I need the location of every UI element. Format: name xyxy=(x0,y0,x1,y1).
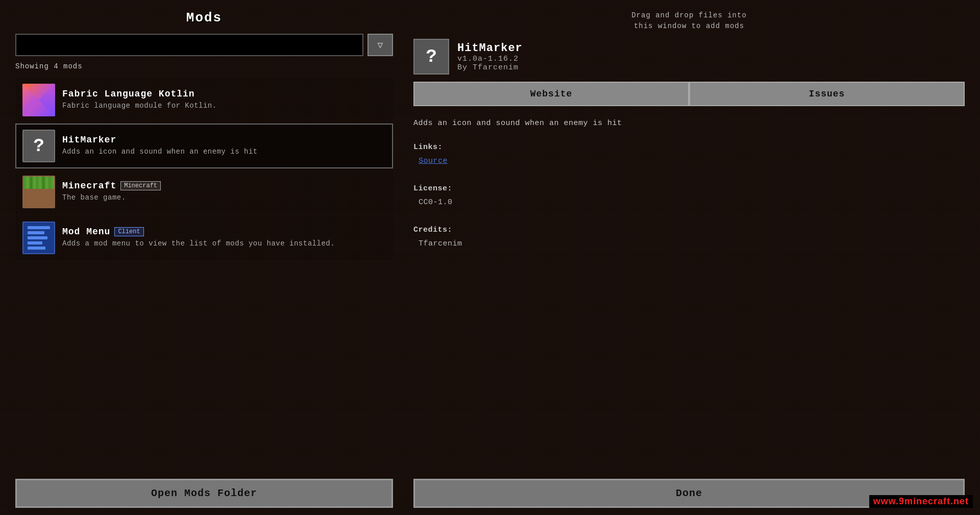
issues-button[interactable]: Issues xyxy=(689,82,965,106)
minecraft-icon-wrapper xyxy=(23,177,54,207)
grass-dirt xyxy=(23,189,54,207)
search-input[interactable] xyxy=(15,34,363,56)
source-link[interactable]: Source xyxy=(419,157,448,165)
question-mark-icon: ? xyxy=(33,136,44,157)
mod-tag-minecraft: Minecraft xyxy=(120,181,161,190)
license-section: License: CC0-1.0 xyxy=(413,182,965,209)
mod-name-row-modmenu: Mod Menu Client xyxy=(62,227,386,237)
page-title: Mods xyxy=(15,10,393,26)
mod-item-minecraft[interactable]: Minecraft Minecraft The base game. xyxy=(15,169,393,214)
mod-item-fabric-kotlin[interactable]: Fabric Language Kotlin Fabric language m… xyxy=(15,78,393,122)
mod-name-modmenu: Mod Menu xyxy=(62,227,110,237)
mod-detail-version: v1.0a-1.16.2 xyxy=(457,55,523,63)
mod-detail-name: HitMarker xyxy=(457,42,523,55)
filter-icon: ▽ xyxy=(378,39,383,51)
mod-name-fabric-kotlin: Fabric Language Kotlin xyxy=(62,89,195,99)
mod-description-modmenu: Adds a mod menu to view the list of mods… xyxy=(62,239,386,249)
mod-detail-author: By Tfarcenim xyxy=(457,63,523,72)
detail-question-mark-icon: ? xyxy=(426,46,437,67)
mod-detail-info: HitMarker v1.0a-1.16.2 By Tfarcenim xyxy=(457,42,523,72)
mod-description-hitmarker: Adds an icon and sound when an enemy is … xyxy=(62,147,386,157)
open-mods-folder-button[interactable]: Open Mods Folder xyxy=(15,479,393,508)
mod-item-modmenu[interactable]: Mod Menu Client Adds a mod menu to view … xyxy=(15,215,393,260)
links-section: Links: Source xyxy=(413,140,965,168)
modmenu-lines xyxy=(23,222,54,254)
search-bar-row: ▽ xyxy=(15,34,393,56)
mod-name-minecraft: Minecraft xyxy=(62,181,116,191)
mod-icon-fabric-kotlin xyxy=(22,84,55,116)
credits-label: Credits: xyxy=(413,226,452,234)
license-value: CC0-1.0 xyxy=(419,198,453,207)
filter-button[interactable]: ▽ xyxy=(368,34,393,56)
drag-drop-hint: Drag and drop files intothis window to a… xyxy=(413,10,965,32)
modmenu-line-3 xyxy=(28,236,47,239)
modmenu-line-2 xyxy=(28,231,44,234)
credits-value: Tfarcenim xyxy=(419,239,462,248)
mod-item-hitmarker[interactable]: ? HitMarker Adds an icon and sound when … xyxy=(15,124,393,168)
mod-detail-header: ? HitMarker v1.0a-1.16.2 By Tfarcenim xyxy=(413,39,965,75)
website-button[interactable]: Website xyxy=(413,82,689,106)
watermark: www.9minecraft.net xyxy=(869,495,973,508)
links-label: Links: xyxy=(413,143,443,152)
detail-buttons: Website Issues xyxy=(413,82,965,106)
license-label: License: xyxy=(413,184,452,193)
mod-description-minecraft: The base game. xyxy=(62,193,386,203)
mod-icon-hitmarker: ? xyxy=(22,130,55,162)
bottom-left: Open Mods Folder xyxy=(15,479,403,508)
mod-tag-client: Client xyxy=(114,227,143,236)
modmenu-line-4 xyxy=(28,241,42,244)
bottom-bar: Open Mods Folder Done xyxy=(0,474,980,515)
mod-name-row-hitmarker: HitMarker xyxy=(62,135,386,145)
mod-info-modmenu: Mod Menu Client Adds a mod menu to view … xyxy=(62,227,386,249)
modmenu-line-1 xyxy=(28,226,50,229)
credits-section: Credits: Tfarcenim xyxy=(413,223,965,251)
mod-name-row-minecraft: Minecraft Minecraft xyxy=(62,181,386,191)
mods-list: Fabric Language Kotlin Fabric language m… xyxy=(15,78,393,260)
main-container: Mods ▽ Showing 4 mods Fabric Language Ko… xyxy=(0,0,980,515)
content-area: Mods ▽ Showing 4 mods Fabric Language Ko… xyxy=(0,0,980,474)
mod-info-hitmarker: HitMarker Adds an icon and sound when an… xyxy=(62,135,386,157)
left-panel: Mods ▽ Showing 4 mods Fabric Language Ko… xyxy=(15,10,403,469)
mod-icon-minecraft xyxy=(22,176,55,208)
mod-icon-modmenu xyxy=(22,222,55,254)
grass-top xyxy=(23,177,54,189)
mod-name-row-fabric-kotlin: Fabric Language Kotlin xyxy=(62,89,386,99)
mod-name-hitmarker: HitMarker xyxy=(62,135,116,145)
detail-description: Adds an icon and sound when an enemy is … xyxy=(413,116,965,130)
mod-info-minecraft: Minecraft Minecraft The base game. xyxy=(62,181,386,203)
mod-description-fabric-kotlin: Fabric language module for Kotlin. xyxy=(62,101,386,111)
modmenu-line-5 xyxy=(28,247,45,250)
mod-detail-icon: ? xyxy=(413,39,449,75)
mod-info-fabric-kotlin: Fabric Language Kotlin Fabric language m… xyxy=(62,89,386,111)
right-panel: Drag and drop files intothis window to a… xyxy=(403,10,965,469)
detail-content: Adds an icon and sound when an enemy is … xyxy=(413,116,965,251)
showing-count: Showing 4 mods xyxy=(15,62,393,70)
